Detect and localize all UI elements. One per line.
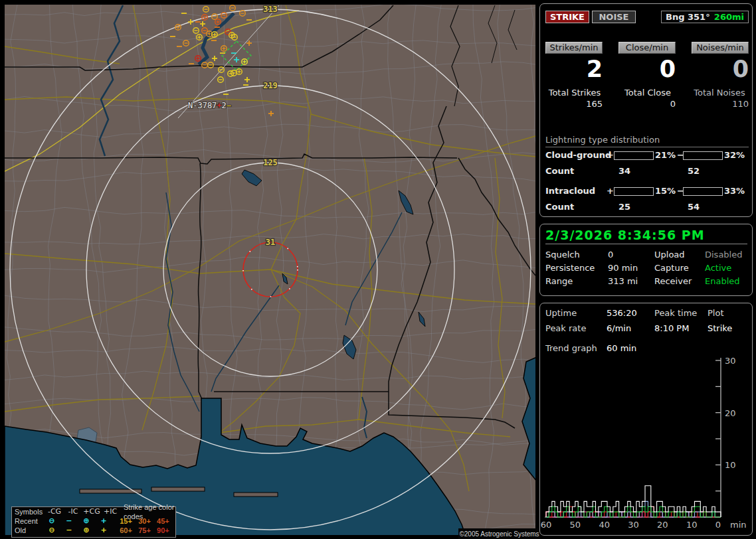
x-tick-label: 60 <box>541 520 552 530</box>
legend-ic-neg-header: -IC <box>64 507 82 516</box>
persistence-label: Persistence <box>545 263 595 273</box>
y-tick-label: 10 <box>725 460 736 470</box>
mountain-line-1 <box>488 5 497 63</box>
legend-recent-row: Recent⊖−⊕+15+30+45+ <box>12 516 175 526</box>
strikes-per-min-chip: Strikes/min <box>545 42 603 54</box>
count-label: Count <box>545 202 574 212</box>
strike-symbol-cm <box>219 67 225 73</box>
road <box>5 97 307 108</box>
legend-row-label: Recent <box>15 516 43 526</box>
squelch-value: 0 <box>608 250 613 260</box>
receiver-label: Receiver <box>654 276 692 286</box>
receiver-value: Enabled <box>705 276 740 286</box>
cloud-ground-count-row: Count 34 52 <box>540 166 753 177</box>
legend-symbol-0: ⊖ <box>43 516 60 526</box>
status-row: Range 313 mi Receiver Enabled <box>540 276 752 287</box>
lake-eufaula <box>419 312 425 327</box>
legend-symbol-1: − <box>60 516 78 526</box>
strikes-rate-value: 2 <box>545 56 607 82</box>
strike-symbol-cm <box>203 7 209 13</box>
ic-negative-bar <box>683 187 723 196</box>
strike-symbol-cp <box>215 19 221 25</box>
ic-positive-pct: 15% <box>655 186 676 196</box>
total-strikes-label: Total Strikes <box>541 88 608 98</box>
alabama-river <box>211 285 279 392</box>
legend-cg-neg-header: -CG <box>45 507 64 516</box>
legend-cg-pos-header: +CG <box>82 507 101 516</box>
strike-symbol-p <box>268 111 274 116</box>
strike-symbol-p <box>200 21 205 27</box>
ring-label-31: 31 <box>266 238 275 247</box>
storm-cell-label: N-3787+2− <box>188 101 231 110</box>
noise-toggle-button[interactable]: NOISE <box>592 11 636 23</box>
legend-age-code: 15+ <box>120 516 138 526</box>
counters-panel: STRIKE NOISE Bng 351° 260mi Strikes/min … <box>539 3 753 217</box>
legend-age-code: 75+ <box>138 526 157 535</box>
legend-symbol-2: ⊕ <box>78 516 95 526</box>
tennessee-river-west <box>100 5 123 156</box>
legend-symbol-3: + <box>95 526 112 535</box>
road <box>5 46 120 64</box>
strike-symbol-p <box>188 19 193 25</box>
cg-positive-count: 34 <box>618 166 630 176</box>
barrier-island <box>234 493 278 497</box>
strike-symbol-cm <box>183 40 189 46</box>
ic-positive-count: 25 <box>618 202 630 212</box>
lightning-map[interactable]: 31125219313N-3787+2− Symbols -CG -IC +CG… <box>5 5 535 535</box>
status-row: Squelch 0 Upload Disabled <box>540 250 752 260</box>
strike-symbol-cp <box>197 35 203 40</box>
ic-negative-count: 54 <box>688 202 700 212</box>
x-axis-unit: min <box>730 520 747 530</box>
lakes <box>77 170 425 471</box>
ring-label-125: 125 <box>263 158 278 167</box>
cloud-ground-row: Cloud-ground + 21% − 32% <box>540 150 753 161</box>
strike-symbol-p <box>234 57 239 62</box>
intracloud-count-row: Count 25 54 <box>540 202 753 212</box>
nexstorm-window: 31125219313N-3787+2− Symbols -CG -IC +CG… <box>0 0 756 539</box>
cg-positive-pct: 21% <box>655 150 676 160</box>
ic-positive-bar <box>614 187 654 196</box>
legend-old-row: Old⊖−⊕+60+75+90+ <box>12 526 175 535</box>
status-row: Persistence 90 min Capture Active <box>540 263 752 273</box>
intracloud-row: Intracloud + 15% − 33% <box>540 186 753 196</box>
lake-martin <box>343 335 356 359</box>
cg-positive-bar <box>614 151 654 160</box>
ic-negative-pct: 33% <box>724 186 745 196</box>
legend-age-code: 60+ <box>120 526 138 535</box>
bearing-label: Bng 351° <box>666 11 710 23</box>
strike-symbol-p <box>244 77 250 82</box>
noises-rate-value: 0 <box>692 56 753 82</box>
x-tick-label: 30 <box>628 520 639 530</box>
total-noises-value: 110 <box>692 99 751 109</box>
total-close-value: 0 <box>618 99 678 109</box>
total-noises-label: Total Noises <box>686 88 753 98</box>
tennessee-river-lake <box>199 13 234 64</box>
upload-value: Disabled <box>705 250 742 260</box>
atlantic-coast <box>522 357 535 481</box>
legend-symbols-header: Symbols <box>15 507 45 516</box>
capture-label: Capture <box>654 263 689 273</box>
legend-symbol-0: ⊖ <box>43 526 60 535</box>
datetime-display: 2/3/2026 8:34:56 PM <box>545 228 705 242</box>
y-tick-label: 20 <box>725 408 736 418</box>
capture-value: Active <box>705 263 731 273</box>
x-tick-label: 20 <box>657 520 668 530</box>
choctawhatchee-river <box>362 397 367 438</box>
strike-toggle-button[interactable]: STRIKE <box>545 11 589 23</box>
y-tick-label: 30 <box>725 356 736 366</box>
strike-symbol-cm <box>230 5 236 11</box>
lake-weiss <box>399 191 413 214</box>
strike-symbol-cm <box>240 11 246 17</box>
persistence-value: 90 min <box>608 263 638 273</box>
border-al-ga <box>389 106 446 394</box>
ring-label-219: 219 <box>263 81 278 90</box>
road <box>495 158 505 418</box>
bearing-display: Bng 351° 260mi <box>661 11 749 23</box>
close-per-min-chip: Close/min <box>618 42 676 54</box>
barrier-island <box>151 487 205 491</box>
tombigbee-river <box>166 193 199 412</box>
strike-symbol-cm <box>218 77 224 83</box>
cloud-ground-label: Cloud-ground <box>545 150 611 160</box>
upload-label: Upload <box>654 250 685 260</box>
legend-ic-pos-header: +IC <box>101 507 120 516</box>
